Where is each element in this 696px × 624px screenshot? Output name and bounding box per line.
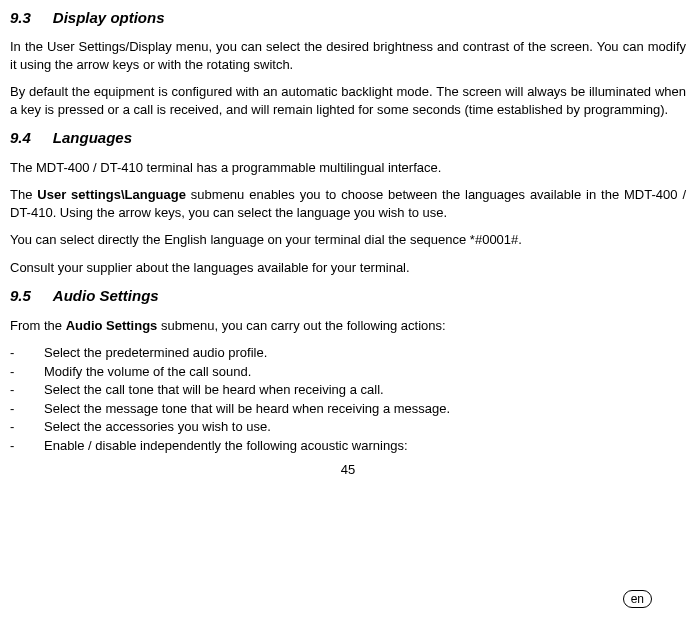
bold-text: User settings\Language [37,187,186,202]
heading-9-4: 9.4Languages [10,128,686,148]
text: The [10,187,37,202]
paragraph: You can select directly the English lang… [10,231,686,249]
heading-9-3: 9.3Display options [10,8,686,28]
list-item: Select the call tone that will be heard … [10,381,686,399]
page: 9.3Display options In the User Settings/… [10,8,686,616]
heading-number: 9.4 [10,128,31,148]
paragraph: From the Audio Settings submenu, you can… [10,317,686,335]
paragraph: The User settings\Language submenu enabl… [10,186,686,221]
text: submenu, you can carry out the following… [157,318,445,333]
list-item: Select the predetermined audio profile. [10,344,686,362]
list-item: Enable / disable independently the follo… [10,437,686,455]
heading-title: Audio Settings [53,287,159,304]
list-item: Select the message tone that will be hea… [10,400,686,418]
list-item: Modify the volume of the call sound. [10,363,686,381]
heading-9-5: 9.5Audio Settings [10,286,686,306]
paragraph: The MDT-400 / DT-410 terminal has a prog… [10,159,686,177]
heading-number: 9.3 [10,8,31,28]
page-number: 45 [10,461,686,479]
paragraph: By default the equipment is configured w… [10,83,686,118]
list-item: Select the accessories you wish to use. [10,418,686,436]
language-badge: en [623,590,652,608]
heading-number: 9.5 [10,286,31,306]
text: From the [10,318,66,333]
heading-title: Display options [53,9,165,26]
bold-text: Audio Settings [66,318,158,333]
paragraph: Consult your supplier about the language… [10,259,686,277]
paragraph: In the User Settings/Display menu, you c… [10,38,686,73]
bullet-list: Select the predetermined audio profile. … [10,344,686,454]
heading-title: Languages [53,129,132,146]
